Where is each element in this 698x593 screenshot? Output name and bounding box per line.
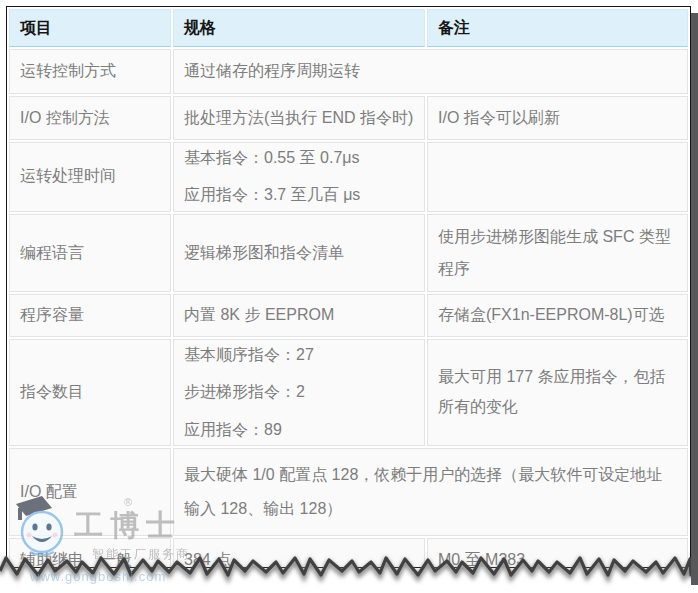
table-row: 运转处理时间基本指令：0.55 至 0.7μs应用指令：3.7 至几百 μs — [9, 142, 688, 212]
table-row: I/O 配置最大硬体 1/0 配置点 128，依赖于用户的选择（最大软件可设定地… — [9, 448, 688, 536]
cell: 384 点 — [173, 538, 425, 568]
cell: 通过储存的程序周期运转 — [173, 49, 688, 94]
table-row: I/O 控制方法批处理方法(当执行 END 指令时)I/O 指令可以刷新 — [9, 96, 688, 140]
screenshot-frame: 项目规格备注 运转控制方式通过储存的程序周期运转I/O 控制方法批处理方法(当执… — [6, 6, 691, 568]
cell: 逻辑梯形图和指令清单 — [173, 214, 425, 292]
cell: 使用步进梯形图能生成 SFC 类型程序 — [427, 214, 688, 292]
column-header: 项目 — [9, 9, 171, 47]
cell: M0 至 M383 — [427, 538, 688, 568]
cell: 最大硬体 1/0 配置点 128，依赖于用户的选择（最大软件可设定地址输入 12… — [173, 448, 688, 536]
table-row: 运转控制方式通过储存的程序周期运转 — [9, 49, 688, 94]
cell: 存储盒(FX1n-EEPROM-8L)可选 — [427, 294, 688, 337]
cell: 基本顺序指令：27步进梯形指令：2应用指令：89 — [173, 339, 425, 446]
cell: 批处理方法(当执行 END 指令时) — [173, 96, 425, 140]
column-header: 备注 — [427, 9, 688, 47]
cell-line: 步进梯形指令：2 — [184, 381, 414, 403]
watermark-url: www.gongboshi.com — [30, 569, 166, 584]
cell: 运转处理时间 — [9, 142, 171, 212]
table-body: 运转控制方式通过储存的程序周期运转I/O 控制方法批处理方法(当执行 END 指… — [9, 49, 688, 568]
cell: 运转控制方式 — [9, 49, 171, 94]
table-row: 指令数目基本顺序指令：27步进梯形指令：2应用指令：89最大可用 177 条应用… — [9, 339, 688, 446]
table-row: 辅助继电 一般384 点M0 至 M383 — [9, 538, 688, 568]
cell: I/O 控制方法 — [9, 96, 171, 140]
cell: 基本指令：0.55 至 0.7μs应用指令：3.7 至几百 μs — [173, 142, 425, 212]
cell: 指令数目 — [9, 339, 171, 446]
cell-line: 应用指令：3.7 至几百 μs — [184, 184, 414, 206]
cell-line: 基本指令：0.55 至 0.7μs — [184, 147, 414, 169]
table-header: 项目规格备注 — [9, 9, 688, 47]
cell: 内置 8K 步 EEPROM — [173, 294, 425, 337]
cell-line: 应用指令：89 — [184, 419, 414, 441]
cell: 编程语言 — [9, 214, 171, 292]
drop-shadow-band — [691, 13, 698, 585]
header-row: 项目规格备注 — [9, 9, 688, 47]
table-row: 程序容量内置 8K 步 EEPROM存储盒(FX1n-EEPROM-8L)可选 — [9, 294, 688, 337]
cell: I/O 配置 — [9, 448, 171, 536]
cell: I/O 指令可以刷新 — [427, 96, 688, 140]
column-header: 规格 — [173, 9, 425, 47]
cell — [427, 142, 688, 212]
cell: 辅助继电 一般 — [9, 538, 171, 568]
cell: 最大可用 177 条应用指令，包括所有的变化 — [427, 339, 688, 446]
cell-line: 基本顺序指令：27 — [184, 344, 414, 366]
spec-table: 项目规格备注 运转控制方式通过储存的程序周期运转I/O 控制方法批处理方法(当执… — [7, 7, 690, 568]
cell: 程序容量 — [9, 294, 171, 337]
table-row: 编程语言逻辑梯形图和指令清单使用步进梯形图能生成 SFC 类型程序 — [9, 214, 688, 292]
